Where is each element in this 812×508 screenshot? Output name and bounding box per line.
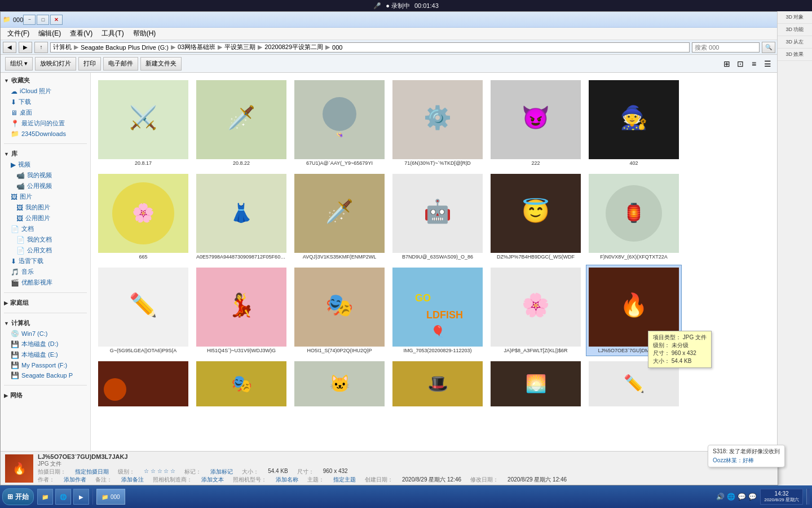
- address-path[interactable]: 计算机 ▶ Seagate Backup Plus Drive (G:) ▶ 0…: [50, 42, 690, 52]
- up-button[interactable]: ↑: [34, 42, 48, 53]
- taskbar-explorer-icon[interactable]: 📁: [37, 489, 53, 505]
- organize-button[interactable]: 组织 ▾: [5, 57, 33, 71]
- comments-value[interactable]: 添加备注: [121, 476, 144, 484]
- maximize-button[interactable]: □: [37, 15, 49, 25]
- sidebar-item-f[interactable]: 💾 My Passport (F:): [1, 360, 90, 370]
- image-item[interactable]: 🌸 665: [95, 171, 191, 262]
- camera-model-value[interactable]: 添加名称: [276, 476, 298, 484]
- sidebar-item-pubdocs[interactable]: 📄 公用文档: [1, 245, 90, 256]
- image-item[interactable]: 🌸 JA)P$8_A3FWLT[Z(KL|)$6R: [488, 265, 584, 356]
- sidebar-item-e[interactable]: 💾 本地磁盘 (E:): [1, 349, 90, 360]
- large-icon-button[interactable]: ⊡: [735, 58, 746, 69]
- sidebar-item-pictures[interactable]: 🖼 图片: [1, 191, 90, 202]
- mydocs-icon: 📄: [16, 236, 25, 244]
- image-item[interactable]: ⚙️ 71(6N)30%T)~`%TKD[@[R|D: [390, 77, 486, 169]
- extra-large-icon-button[interactable]: ⊞: [721, 58, 732, 69]
- capture-date-value[interactable]: 指定拍摄日期: [75, 468, 109, 476]
- menu-tools[interactable]: 工具(T): [97, 28, 128, 40]
- search-input[interactable]: [692, 42, 760, 52]
- menu-bar: 文件(F) 编辑(E) 查看(V) 工具(T) 帮助(H): [1, 28, 778, 40]
- systray-icon-4[interactable]: 💬: [748, 493, 757, 501]
- f-drive-label: My Passport (F:): [21, 362, 67, 369]
- taskbar-window-item[interactable]: 📁 000: [96, 489, 125, 505]
- back-button[interactable]: ◀: [3, 42, 16, 53]
- sidebar-item-desktop[interactable]: 🖥 桌面: [1, 107, 90, 118]
- image-item[interactable]: ⚔️ 20.8.17: [95, 77, 191, 169]
- sidebar-item-2345[interactable]: 📁 2345Downloads: [1, 129, 90, 139]
- author-value[interactable]: 添加作者: [64, 476, 86, 484]
- minimize-button[interactable]: －: [23, 15, 36, 25]
- list-view-button[interactable]: ≡: [748, 58, 760, 69]
- image-item[interactable]: 😈 222: [488, 77, 584, 169]
- systray-icon-3[interactable]: 💬: [738, 493, 746, 501]
- rating-stars[interactable]: ☆ ☆ ☆ ☆ ☆: [144, 468, 175, 476]
- sidebar-item-pubpics[interactable]: 🖼 公用图片: [1, 213, 90, 224]
- taskbar-divider: [92, 489, 93, 505]
- right-panel-item[interactable]: 3D 从左: [778, 36, 812, 49]
- sidebar-item-video[interactable]: ▶ 视频: [1, 159, 90, 170]
- menu-help[interactable]: 帮助(H): [129, 28, 161, 40]
- system-clock[interactable]: 14:32 2020/8/29 星期六: [760, 489, 803, 505]
- sidebar-item-thunder[interactable]: ⬇ 迅雷下载: [1, 256, 90, 266]
- right-panel-item[interactable]: 3D 效果: [778, 49, 812, 61]
- menu-view[interactable]: 查看(V): [65, 28, 97, 40]
- sidebar-item-mypics[interactable]: 🖼 我的图片: [1, 202, 90, 213]
- right-panel-item[interactable]: 3D 功能: [778, 24, 812, 36]
- email-button[interactable]: 电子邮件: [103, 57, 138, 71]
- taskbar-ie-icon[interactable]: 🌐: [55, 489, 71, 505]
- taskbar-wmp-icon[interactable]: ▶: [73, 489, 89, 505]
- menu-edit[interactable]: 编辑(E): [34, 28, 65, 40]
- image-item[interactable]: GO LDFISH 🎈 IMG_7053(20200829-112203): [390, 265, 486, 356]
- image-item[interactable]: 🎭: [193, 358, 289, 410]
- network-header[interactable]: ▶ 网络: [1, 390, 90, 401]
- start-button[interactable]: ⊞ 开始: [2, 488, 34, 505]
- sidebar-item-seagate[interactable]: 💾 Seagate Backup P: [1, 370, 90, 380]
- right-panel-item[interactable]: 3D 对象: [778, 11, 812, 24]
- image-item[interactable]: 🎭 HO5I1_S(74)0P2Q(IHU2Q|P: [292, 265, 387, 356]
- camera-maker-value[interactable]: 添加文本: [201, 476, 224, 484]
- image-item[interactable]: ✏️ G~(5G95LGEA|)OTA6)P9S(A: [95, 265, 191, 356]
- favorites-header[interactable]: ▼ 收藏夹: [1, 75, 90, 86]
- image-item[interactable]: 👗 A0E57998A94487309098712F05F6087E: [193, 171, 289, 262]
- image-item[interactable]: 💃 HI51Q4S`)~U31V9)WDJ3W)G: [193, 265, 289, 356]
- new-folder-button[interactable]: 新建文件夹: [140, 57, 182, 71]
- image-item[interactable]: 🐱: [292, 358, 387, 410]
- sidebar-item-pubvideo[interactable]: 📹 公用视频: [1, 181, 90, 191]
- detail-view-button[interactable]: ☰: [762, 58, 773, 69]
- slideshow-button[interactable]: 放映幻灯片: [35, 57, 76, 71]
- image-item[interactable]: 👒 67U1)A@`AAY(_Y9~65679YI: [292, 77, 387, 169]
- image-item[interactable]: 🏮 F)N0VX8V_(6X)(XFQTXT22A: [586, 171, 682, 262]
- image-item[interactable]: 🤖 B7ND9U@_63SWAS09)_O_86: [390, 171, 486, 262]
- show-desktop-button[interactable]: [806, 489, 810, 505]
- systray-icon-2[interactable]: 🌐: [727, 493, 735, 501]
- homegroup-header[interactable]: ▶ 家庭组: [1, 297, 90, 308]
- image-item[interactable]: 🗡️ 20.8.22: [193, 77, 289, 169]
- image-item[interactable]: 🎩: [390, 358, 486, 410]
- sidebar-item-download[interactable]: ⬇ 下载: [1, 97, 90, 107]
- close-button[interactable]: ✕: [50, 15, 63, 25]
- library-header[interactable]: ▼ 库: [1, 148, 90, 159]
- sidebar-item-docs[interactable]: 📄 文档: [1, 224, 90, 234]
- print-button[interactable]: 打印: [78, 57, 101, 71]
- image-item[interactable]: 🌅: [488, 358, 584, 410]
- menu-file[interactable]: 文件(F): [3, 28, 34, 40]
- pubpics-label: 公用图片: [25, 214, 50, 222]
- forward-button[interactable]: ▶: [19, 42, 32, 53]
- computer-header[interactable]: ▼ 计算机: [1, 318, 90, 329]
- sidebar-item-mydocs[interactable]: 📄 我的文档: [1, 234, 90, 245]
- sidebar-item-c[interactable]: 💿 Win7 (C:): [1, 329, 90, 339]
- sidebar-item-recent[interactable]: 📍 最近访问的位置: [1, 118, 90, 129]
- sidebar-item-music[interactable]: 🎵 音乐: [1, 266, 90, 277]
- search-button[interactable]: 🔍: [762, 42, 775, 53]
- image-item[interactable]: 🧙 402: [586, 77, 682, 169]
- sidebar-item-d[interactable]: 💾 本地磁盘 (D:): [1, 339, 90, 349]
- sidebar-item-icloud[interactable]: ☁ iCloud 照片: [1, 86, 90, 97]
- subject-value[interactable]: 指定主题: [333, 476, 356, 484]
- image-item[interactable]: 🗡️ AVQJ)3V1KS35KMF(ENMP2WL: [292, 171, 387, 262]
- image-item[interactable]: 😇 DZ%JP%7B4HB9DGC(_WS(WDF: [488, 171, 584, 262]
- sidebar-item-youku[interactable]: 🎬 优酷影视库: [1, 277, 90, 288]
- tags-value[interactable]: 添加标记: [210, 468, 233, 476]
- systray-icon-1[interactable]: 🔊: [716, 493, 725, 501]
- image-item[interactable]: [95, 358, 191, 410]
- sidebar-item-myvideo[interactable]: 📹 我的视频: [1, 170, 90, 181]
